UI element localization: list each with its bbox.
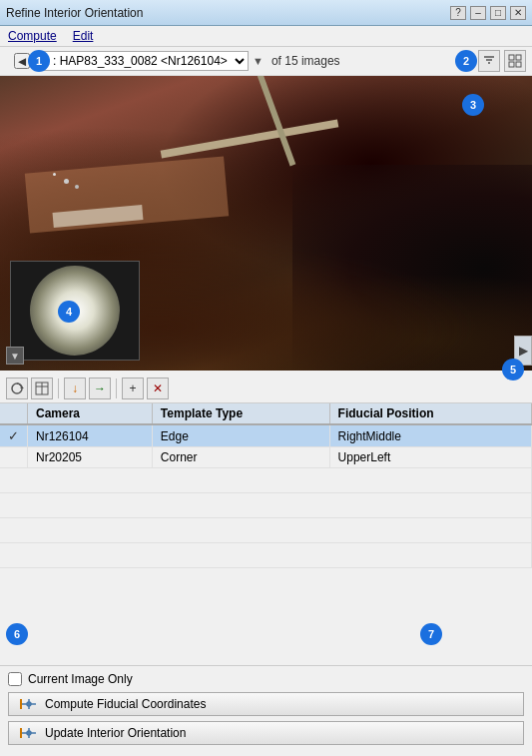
table-row[interactable]: ✓ Nr126104 Edge RightMiddle bbox=[0, 424, 532, 447]
table-layout-button[interactable] bbox=[31, 378, 53, 399]
filter-icon bbox=[482, 54, 496, 68]
row-camera-2: Nr20205 bbox=[28, 447, 153, 468]
checkbox-row: Current Image Only bbox=[8, 672, 524, 686]
title-bar-right: ? – □ ✕ bbox=[450, 6, 526, 20]
row-fiducial-1: RightMiddle bbox=[329, 424, 531, 447]
delete-button[interactable]: ✕ bbox=[147, 378, 169, 399]
update-orientation-button[interactable]: Update Interior Orientation bbox=[8, 721, 524, 745]
refresh-button[interactable] bbox=[6, 378, 28, 399]
row-check-2 bbox=[0, 447, 28, 468]
table-row-empty bbox=[0, 493, 532, 518]
current-image-label[interactable]: Current Image Only bbox=[28, 672, 133, 686]
table-area: 6 7 Camera Template Type Fiducial Positi… bbox=[0, 403, 532, 665]
image-container[interactable]: 3 4 ▼ bbox=[0, 76, 532, 371]
row-template-1: Edge bbox=[152, 424, 329, 447]
table-row[interactable]: Nr20205 Corner UpperLeft bbox=[0, 447, 532, 468]
svg-rect-5 bbox=[509, 62, 514, 67]
current-image-checkbox[interactable] bbox=[8, 672, 22, 686]
expand-icon: ▼ bbox=[10, 351, 20, 362]
svg-rect-3 bbox=[509, 55, 514, 60]
separator-2 bbox=[116, 378, 117, 398]
compute-icon bbox=[19, 696, 39, 712]
col-fiducial: Fiducial Position bbox=[329, 403, 531, 424]
refresh-icon bbox=[10, 381, 24, 395]
grid-view-button[interactable] bbox=[504, 50, 526, 72]
nav-prev-button[interactable]: ◄ bbox=[14, 53, 30, 69]
svg-rect-4 bbox=[516, 55, 521, 60]
table-row-empty bbox=[0, 543, 532, 568]
images-count: of 15 images bbox=[271, 54, 340, 68]
move-right-button[interactable]: → bbox=[89, 378, 111, 399]
expand-thumbnail-button[interactable]: ▼ bbox=[6, 347, 24, 365]
compute-fiducial-icon bbox=[20, 697, 38, 711]
nav-tools: 2 bbox=[478, 50, 526, 72]
update-orientation-icon bbox=[20, 726, 38, 740]
table-header-row: Camera Template Type Fiducial Position bbox=[0, 403, 532, 424]
separator-1 bbox=[58, 378, 59, 398]
table-row-empty bbox=[0, 518, 532, 543]
main-window: Refine Interior Orientation ? – □ ✕ Comp… bbox=[0, 0, 532, 756]
bottom-section: Current Image Only Compute Fiducial Coor… bbox=[0, 665, 532, 756]
minimize-button[interactable]: – bbox=[470, 6, 486, 20]
col-camera: Camera bbox=[28, 403, 153, 424]
fiducial-table: Camera Template Type Fiducial Position ✓… bbox=[0, 403, 532, 568]
svg-marker-8 bbox=[20, 386, 24, 388]
compute-fiducial-label: Compute Fiducial Coordinates bbox=[45, 697, 206, 711]
add-icon: + bbox=[129, 381, 136, 395]
row-camera-1: Nr126104 bbox=[28, 424, 153, 447]
expand-right-button[interactable]: ▶ bbox=[514, 336, 532, 366]
table-row-empty bbox=[0, 468, 532, 493]
col-template: Template Type bbox=[152, 403, 329, 424]
annotation-2: 2 bbox=[455, 50, 477, 72]
down-arrow-icon: ↓ bbox=[72, 381, 78, 395]
thumbnail-glow bbox=[30, 266, 120, 356]
menu-edit[interactable]: Edit bbox=[71, 28, 96, 44]
nav-bar: 1 ◄ 1 : HAP83_333_0082 <Nr126104> ▼ of 1… bbox=[0, 47, 532, 76]
image-selector[interactable]: 1 : HAP83_333_0082 <Nr126104> bbox=[34, 51, 249, 71]
thumbnail-inset bbox=[10, 261, 140, 361]
move-down-button[interactable]: ↓ bbox=[64, 378, 86, 399]
table-icon bbox=[35, 381, 49, 395]
help-button[interactable]: ? bbox=[450, 6, 466, 20]
svg-rect-6 bbox=[516, 62, 521, 67]
right-arrow-icon: → bbox=[94, 381, 106, 395]
delete-icon: ✕ bbox=[153, 381, 163, 395]
filter-button[interactable] bbox=[478, 50, 500, 72]
update-orientation-label: Update Interior Orientation bbox=[45, 726, 186, 740]
menu-bar: Compute Edit bbox=[0, 26, 532, 47]
row-fiducial-2: UpperLeft bbox=[329, 447, 531, 468]
toolbar-strip: ↓ → + ✕ bbox=[0, 375, 532, 403]
close-button[interactable]: ✕ bbox=[510, 6, 526, 20]
maximize-button[interactable]: □ bbox=[490, 6, 506, 20]
col-check bbox=[0, 403, 28, 424]
table-scroll-wrap[interactable]: Camera Template Type Fiducial Position ✓… bbox=[0, 403, 532, 665]
arrow-right-icon: ▶ bbox=[519, 344, 528, 358]
title-bar-left: Refine Interior Orientation bbox=[6, 6, 143, 20]
row-check-1: ✓ bbox=[0, 424, 28, 447]
add-button[interactable]: + bbox=[122, 378, 144, 399]
title-bar: Refine Interior Orientation ? – □ ✕ bbox=[0, 0, 532, 26]
update-icon bbox=[19, 725, 39, 741]
window-title: Refine Interior Orientation bbox=[6, 6, 143, 20]
row-template-2: Corner bbox=[152, 447, 329, 468]
compute-fiducial-button[interactable]: Compute Fiducial Coordinates bbox=[8, 692, 524, 716]
menu-compute[interactable]: Compute bbox=[6, 28, 59, 44]
grid-icon bbox=[508, 54, 522, 68]
